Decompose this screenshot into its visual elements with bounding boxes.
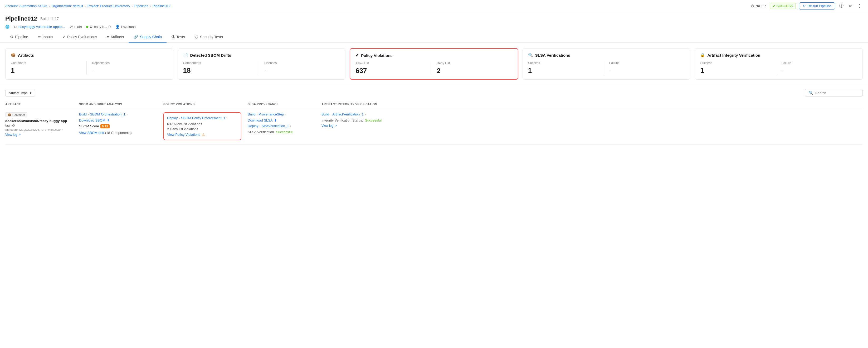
repositories-value: -	[92, 66, 167, 75]
table-area: ARTIFACT SBOM AND DRIFT ANALYSIS POLICY …	[0, 100, 868, 150]
licenses-value: -	[264, 66, 340, 75]
tab-supply-chain[interactable]: 🔗 Supply Chain	[129, 31, 166, 43]
search-input[interactable]	[815, 91, 859, 95]
view-policy-violations-link[interactable]: View Policy Violations ⚠	[167, 133, 238, 137]
integrity-chain-end: ›	[365, 112, 366, 116]
policy-enforcement-link[interactable]: SBOM Policy Enforcement_1	[181, 116, 225, 120]
dot-label: ⚙	[90, 25, 93, 29]
slsa-deploy-end: ›	[290, 124, 291, 128]
download-sbom-link[interactable]: Download SBOM ⬇	[79, 118, 159, 122]
breadcrumb-pipelines[interactable]: Pipelines	[134, 4, 148, 8]
repo-link[interactable]: easybuggy-vulnerable-applic...	[19, 25, 65, 29]
rerun-pipeline-button[interactable]: ↻ Re-run Pipeline	[799, 2, 835, 9]
card-artifacts: 📦 Artifacts Containers 1 Repositories -	[5, 48, 174, 80]
sbom-col: Build › SBOM Orchestration_1 › Download …	[79, 112, 163, 135]
integrity-card-icon: 🔒	[700, 53, 705, 57]
breadcrumb-account[interactable]: Account: Automation-SSCA	[5, 4, 47, 8]
integrity-success-label: Success	[700, 61, 776, 65]
slsa-verification-link[interactable]: SlsaVerification_1	[262, 124, 289, 128]
breadcrumb-bar: Account: Automation-SSCA › Organization:…	[0, 0, 868, 12]
integrity-status-value: Successful	[365, 118, 381, 122]
download-slsa-text: Download SLSA	[248, 118, 273, 122]
sbom-score-label: SBOM Score	[79, 124, 99, 128]
artifact-name: docker.io/lavakush07/easy-buggy-app	[5, 119, 75, 123]
artifact-type-dropdown[interactable]: Artifact Type ▾	[5, 89, 35, 97]
tab-tests[interactable]: ⚗ Tests	[166, 31, 190, 43]
card-slsa: 🔍 SLSA Verifications Success 1 Failure -	[523, 48, 691, 80]
slsa-success-label: Success	[528, 61, 604, 65]
integrity-view-log[interactable]: View log ↗	[321, 124, 859, 127]
card-slsa-title: 🔍 SLSA Verifications	[528, 53, 685, 57]
components-label: Components	[183, 61, 259, 65]
status-dot	[86, 26, 88, 28]
edit-button[interactable]: ✏	[848, 2, 853, 9]
slsa-build-chain: Build › ProvenanceStep ›	[248, 112, 317, 116]
card-integrity-title: 🔒 Artifact Integrity Verification	[700, 53, 857, 57]
artifact-type-label: Artifact Type	[9, 91, 28, 95]
tab-security-tests[interactable]: 🛡 Security Tests	[190, 32, 228, 43]
card-policy-violations: ✔ Policy Violations Allow List 637 Deny …	[350, 48, 518, 80]
view-sbom-drift-link[interactable]: View SBOM drift	[79, 131, 104, 135]
tab-artifacts-label: Artifacts	[111, 35, 124, 39]
slsa-success-metric: Success 1	[528, 61, 604, 75]
integrity-failure-label: Failure	[781, 61, 857, 65]
tab-inputs[interactable]: ✏ Inputs	[33, 31, 57, 43]
tab-supply-chain-label: Supply Chain	[140, 35, 162, 39]
tab-pipeline[interactable]: ⚙ Pipeline	[5, 31, 33, 43]
tab-inputs-label: Inputs	[43, 35, 53, 39]
sbom-orchestration-link[interactable]: SBOM Orchestration_1	[90, 112, 125, 116]
check-icon: ✔	[773, 4, 776, 8]
integrity-view-log-text: View log	[321, 124, 333, 127]
branch-name: main	[74, 25, 82, 29]
policy-deploy-link[interactable]: Deploy	[167, 116, 178, 120]
slsa-verification-row: SLSA Verification Successful	[248, 130, 317, 134]
allow-list-value: 637	[355, 67, 431, 75]
build-id: Build Id: 17	[40, 17, 59, 21]
integrity-success-value: 1	[700, 66, 776, 75]
policy-card-icon: ✔	[355, 53, 359, 58]
more-options-button[interactable]: ⋮	[857, 2, 863, 9]
filter-row: Artifact Type ▾ 🔍	[0, 85, 868, 100]
allow-list-metric: Allow List 637	[355, 61, 431, 75]
branch-icon: ⎇	[69, 25, 73, 29]
sbom-build-link[interactable]: Build	[79, 112, 87, 116]
containers-value: 1	[11, 66, 87, 75]
slsa-build-link[interactable]: Build	[248, 112, 255, 116]
breadcrumb-sep-4: ›	[150, 4, 151, 8]
search-box[interactable]: 🔍	[805, 89, 863, 97]
slsa-failure-metric: Failure -	[604, 61, 685, 75]
container-icon: 📦	[8, 113, 11, 117]
integrity-verification-link[interactable]: ArtifactVerification_1	[332, 112, 364, 116]
slsa-verification-label: SLSA Verification	[248, 130, 274, 134]
breadcrumb-project[interactable]: Project: Product Exploratory	[88, 4, 130, 8]
breadcrumb-org[interactable]: Organization: default	[51, 4, 83, 8]
repo-icon: 🗂	[14, 25, 17, 29]
containers-label: Containers	[11, 61, 87, 65]
integrity-build-link[interactable]: Build	[321, 112, 329, 116]
security-icon: 🛡	[194, 35, 198, 39]
card-artifacts-title: 📦 Artifacts	[11, 53, 168, 57]
info-button[interactable]: ⓘ	[838, 2, 844, 10]
tab-policy-evaluations[interactable]: ✔ Policy Evaluations	[57, 31, 102, 43]
sbom-chain: Build › SBOM Orchestration_1 ›	[79, 112, 159, 116]
artifact-view-log[interactable]: View log ↗	[5, 133, 75, 137]
slsa-deploy-link[interactable]: Deploy	[248, 124, 258, 128]
tab-tests-label: Tests	[176, 35, 185, 39]
download-slsa-link[interactable]: Download SLSA ⬇	[248, 118, 317, 122]
tab-artifacts[interactable]: ≡ Artifacts	[102, 32, 129, 43]
policy-col-inner: Deploy › SBOM Policy Enforcement_1 › 637…	[163, 112, 241, 140]
slsa-provenance-link[interactable]: ProvenanceStep	[258, 112, 284, 116]
sbom-drift-row: View SBOM drift (18 Components)	[79, 130, 159, 135]
policy-chain: Deploy › SBOM Policy Enforcement_1 ›	[167, 116, 238, 120]
breadcrumb-pipeline012[interactable]: Pipeline012	[153, 4, 170, 8]
artifacts-card-icon: 📦	[11, 53, 16, 57]
policy-icon: ✔	[62, 34, 66, 39]
artifact-tag: tag: v5	[5, 124, 75, 127]
clock-icon: ⏱	[751, 4, 754, 8]
breadcrumb-sep-1: ›	[49, 4, 50, 8]
licenses-label: Licenses	[264, 61, 340, 65]
dot-text: easy-b...	[94, 25, 107, 29]
slsa-download-icon: ⬇	[274, 118, 277, 122]
download-sbom-text: Download SBOM	[79, 118, 105, 122]
user-name: Lavakush	[121, 25, 136, 29]
